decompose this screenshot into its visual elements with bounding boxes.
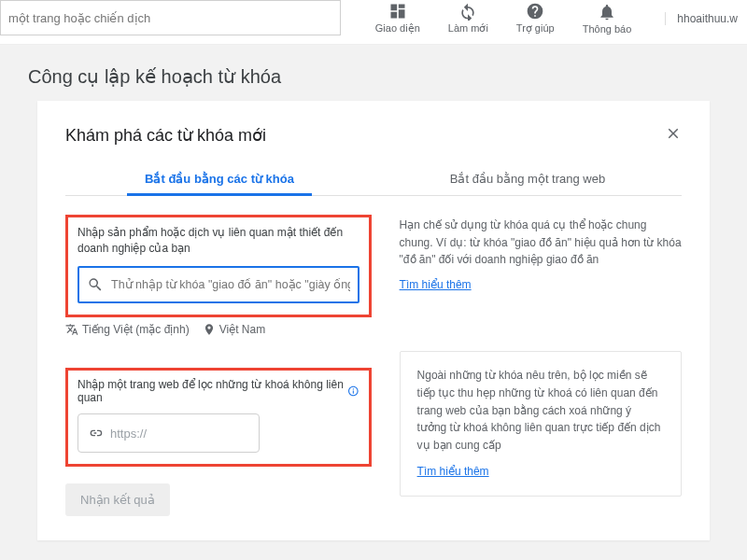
learn-more-link[interactable]: Tìm hiểu thêm [400,276,472,294]
locale-row: Tiếng Việt (mặc định) Việt Nam [65,323,372,337]
location-label: Việt Nam [219,323,265,336]
refresh-icon [458,2,477,21]
info-icon[interactable] [347,385,359,398]
link-icon [88,426,103,441]
help-button[interactable]: Trợ giúp [516,2,555,35]
appearance-button[interactable]: Giao diện [375,2,420,35]
card-title: Khám phá các từ khóa mới [65,125,665,146]
global-search-input[interactable]: một trang hoặc chiến dịch [0,0,341,35]
keyword-field-label: Nhập sản phẩm hoặc dịch vụ liên quan mật… [78,225,359,257]
planner-card: Khám phá các từ khóa mới Bắt đầu bằng cá… [37,101,710,540]
lower-right: Ngoài những từ khóa nêu trên, bộ lọc miề… [400,342,682,497]
language-selector[interactable]: Tiếng Việt (mặc định) [65,323,190,337]
bell-icon [598,3,616,21]
url-placeholder: https:// [110,427,147,441]
help-icon [526,2,544,21]
tab-keywords[interactable]: Bắt đầu bằng các từ khóa [65,164,374,195]
keyword-input-wrap[interactable] [78,266,359,303]
domain-filter-note-text: Ngoài những từ khóa nêu trên, bộ lọc miề… [417,367,664,454]
account-label: hhoaithuu.w [677,12,738,25]
top-bar: một trang hoặc chiến dịch Giao diện Làm … [0,0,747,45]
get-results-button[interactable]: Nhận kết quả [65,483,170,516]
location-selector[interactable]: Việt Nam [203,323,265,337]
lower-row: Nhập một trang web để lọc những từ khoá … [65,342,682,516]
tab-website[interactable]: Bắt đầu bằng một trang web [374,164,682,195]
refresh-label: Làm mới [448,22,488,35]
help-label: Trợ giúp [516,22,555,35]
domain-filter-note: Ngoài những từ khóa nêu trên, bộ lọc miề… [400,351,682,497]
col-left: Nhập sản phẩm hoặc dịch vụ liên quan mật… [65,215,372,336]
tabs: Bắt đầu bằng các từ khóa Bắt đầu bằng mộ… [65,164,682,196]
url-filter-label-text: Nhập một trang web để lọc những từ khoá … [78,378,344,404]
refresh-button[interactable]: Làm mới [448,2,488,35]
close-icon [665,125,682,142]
lower-left: Nhập một trang web để lọc những từ khoá … [65,342,372,516]
global-search-placeholder: một trang hoặc chiến dịch [8,11,150,25]
tab-keywords-label: Bắt đầu bằng các từ khóa [145,172,294,186]
tip-panel: Hạn chế sử dụng từ khóa quá cụ thể hoặc … [400,215,682,336]
page-title: Công cụ lập kế hoạch từ khóa [28,65,719,88]
notifications-label: Thông báo [583,23,632,35]
account-menu[interactable]: hhoaithuu.w [665,12,738,25]
keyword-entry-highlight: Nhập sản phẩm hoặc dịch vụ liên quan mật… [65,215,372,317]
appearance-icon [388,2,407,21]
body-row: Nhập sản phẩm hoặc dịch vụ liên quan mật… [65,215,682,336]
card-header: Khám phá các từ khóa mới [65,123,682,147]
language-label: Tiếng Việt (mặc định) [82,323,190,336]
close-button[interactable] [665,123,682,147]
url-filter-highlight: Nhập một trang web để lọc những từ khoá … [65,368,372,467]
tip-text: Hạn chế sử dụng từ khóa quá cụ thể hoặc … [400,217,682,269]
appearance-label: Giao diện [375,22,420,35]
url-filter-label: Nhập một trang web để lọc những từ khoá … [78,378,359,404]
search-icon [87,276,104,293]
location-icon [203,323,216,336]
tab-website-label: Bắt đầu bằng một trang web [450,172,605,186]
top-icon-row: Giao diện Làm mới Trợ giúp Thông báo hho… [375,0,747,35]
keyword-input[interactable] [111,278,350,291]
url-input[interactable]: https:// [78,413,260,453]
translate-icon [65,323,78,336]
note-learn-more-link[interactable]: Tìm hiểu thêm [417,463,489,481]
page-title-wrap: Công cụ lập kế hoạch từ khóa [0,45,747,101]
notifications-button[interactable]: Thông báo [583,3,632,35]
get-results-label: Nhận kết quả [80,493,155,507]
